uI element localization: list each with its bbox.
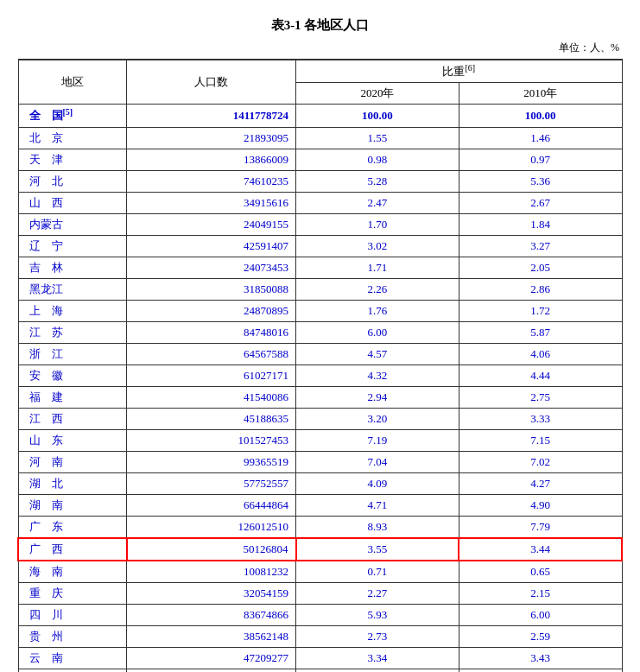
cell-2020: 4.57 (296, 343, 459, 365)
cell-region: 贵 州 (18, 625, 127, 647)
cell-2020: 0.71 (296, 561, 459, 583)
cell-2010: 2.67 (459, 192, 622, 213)
cell-2020: 2.26 (296, 278, 459, 300)
table-row: 全 国[5]1411778724100.00100.00 (18, 105, 622, 127)
cell-2010: 6.00 (459, 604, 622, 625)
cell-2020: 7.19 (296, 429, 459, 451)
table-row: 山 东1015274537.197.15 (18, 429, 622, 451)
cell-region: 黑龙江 (18, 278, 127, 300)
cell-2020: 1.55 (296, 127, 459, 149)
cell-population: 32054159 (127, 582, 296, 604)
cell-2010: 3.44 (459, 538, 622, 561)
cell-region: 内蒙古 (18, 213, 127, 235)
cell-population: 24073453 (127, 257, 296, 278)
table-row: 贵 州385621482.732.59 (18, 625, 622, 647)
cell-population: 61027171 (127, 365, 296, 386)
cell-2020: 8.93 (296, 516, 459, 538)
cell-population: 57752557 (127, 472, 296, 494)
table-row: 吉 林240734531.712.05 (18, 257, 622, 278)
cell-2020: 2.27 (296, 582, 459, 604)
table-row: 海 南100812320.710.65 (18, 561, 622, 583)
cell-2010: 1.84 (459, 213, 622, 235)
cell-population: 3648100 (127, 669, 296, 672)
cell-2010: 4.27 (459, 472, 622, 494)
cell-2010: 1.46 (459, 127, 622, 149)
cell-2020: 2.47 (296, 192, 459, 213)
table-row: 山 西349156162.472.67 (18, 192, 622, 213)
cell-2010: 4.06 (459, 343, 622, 365)
cell-population: 42591407 (127, 235, 296, 257)
cell-population: 21893095 (127, 127, 296, 149)
col-header-population: 人口数 (127, 60, 296, 105)
table-row: 江 西451886353.203.33 (18, 408, 622, 429)
table-row: 内蒙古240491551.701.84 (18, 213, 622, 235)
population-table: 地区 人口数 比重[6] 2020年 2010年 全 国[5]141177872… (17, 59, 623, 672)
cell-2010: 3.33 (459, 408, 622, 429)
cell-population: 34915616 (127, 192, 296, 213)
table-row: 上 海248708951.761.72 (18, 300, 622, 321)
cell-region: 山 西 (18, 192, 127, 213)
cell-region: 湖 北 (18, 472, 127, 494)
cell-population: 74610235 (127, 170, 296, 192)
cell-region: 湖 南 (18, 494, 127, 516)
cell-2020: 5.93 (296, 604, 459, 625)
table-row: 四 川836748665.936.00 (18, 604, 622, 625)
cell-2020: 1.70 (296, 213, 459, 235)
cell-population: 38562148 (127, 625, 296, 647)
cell-2020: 4.71 (296, 494, 459, 516)
cell-2010: 7.02 (459, 451, 622, 472)
cell-2010: 2.86 (459, 278, 622, 300)
cell-population: 13866009 (127, 149, 296, 170)
cell-2020: 3.34 (296, 647, 459, 669)
cell-region: 江 西 (18, 408, 127, 429)
header-row-1: 地区 人口数 比重[6] (18, 60, 622, 83)
cell-2020: 3.02 (296, 235, 459, 257)
cell-2010: 4.90 (459, 494, 622, 516)
cell-2010: 2.05 (459, 257, 622, 278)
cell-population: 45188635 (127, 408, 296, 429)
cell-region: 安 徽 (18, 365, 127, 386)
table-row: 重 庆320541592.272.15 (18, 582, 622, 604)
cell-2010: 5.87 (459, 321, 622, 343)
cell-region: 辽 宁 (18, 235, 127, 257)
cell-population: 1411778724 (127, 105, 296, 127)
cell-region: 四 川 (18, 604, 127, 625)
cell-2010: 7.79 (459, 516, 622, 538)
cell-region: 河 北 (18, 170, 127, 192)
table-row: 浙 江645675884.574.06 (18, 343, 622, 365)
cell-2020: 4.09 (296, 472, 459, 494)
cell-region: 福 建 (18, 386, 127, 408)
cell-2020: 2.73 (296, 625, 459, 647)
page-title: 表3-1 各地区人口 (17, 17, 623, 34)
cell-region: 广 东 (18, 516, 127, 538)
cell-region: 全 国[5] (18, 105, 127, 127)
cell-2020: 3.55 (296, 538, 459, 561)
cell-2010: 0.22 (459, 669, 622, 672)
cell-2010: 3.27 (459, 235, 622, 257)
cell-region: 云 南 (18, 647, 127, 669)
cell-2010: 2.59 (459, 625, 622, 647)
table-row: 湖 南664448644.714.90 (18, 494, 622, 516)
cell-2020: 7.04 (296, 451, 459, 472)
cell-2010: 2.75 (459, 386, 622, 408)
table-row: 北 京218930951.551.46 (18, 127, 622, 149)
cell-population: 84748016 (127, 321, 296, 343)
cell-region: 浙 江 (18, 343, 127, 365)
cell-2010: 4.44 (459, 365, 622, 386)
cell-region: 江 苏 (18, 321, 127, 343)
table-row: 河 南993655197.047.02 (18, 451, 622, 472)
cell-2020: 1.76 (296, 300, 459, 321)
table-row: 河 北746102355.285.36 (18, 170, 622, 192)
table-row: 福 建415400862.942.75 (18, 386, 622, 408)
cell-population: 50126804 (127, 538, 296, 561)
unit-label: 单位：人、% (17, 41, 623, 55)
col-header-2020: 2020年 (296, 83, 459, 105)
cell-2010: 1.72 (459, 300, 622, 321)
col-header-region: 地区 (18, 60, 127, 105)
col-header-2010: 2010年 (459, 83, 622, 105)
cell-region: 河 南 (18, 451, 127, 472)
cell-population: 24049155 (127, 213, 296, 235)
cell-population: 47209277 (127, 647, 296, 669)
cell-region: 天 津 (18, 149, 127, 170)
cell-2010: 3.43 (459, 647, 622, 669)
